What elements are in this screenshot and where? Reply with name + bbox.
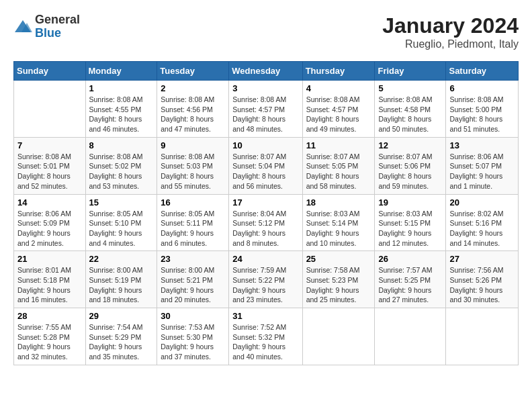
day-number: 30 (161, 311, 225, 321)
day-number: 10 (232, 140, 298, 150)
day-info: Sunrise: 7:55 AM Sunset: 5:28 PM Dayligh… (17, 322, 82, 362)
weekday-header-wednesday: Wednesday (229, 62, 302, 81)
calendar-table: SundayMondayTuesdayWednesdayThursdayFrid… (13, 61, 519, 365)
logo-icon (13, 17, 32, 36)
day-info: Sunrise: 8:04 AM Sunset: 5:12 PM Dayligh… (232, 209, 298, 248)
weekday-header-monday: Monday (85, 62, 157, 81)
calendar-cell: 4Sunrise: 8:08 AM Sunset: 4:57 PM Daylig… (302, 81, 375, 138)
calendar-cell: 13Sunrise: 8:06 AM Sunset: 5:07 PM Dayli… (446, 137, 519, 194)
weekday-header-saturday: Saturday (446, 62, 519, 81)
calendar-cell: 3Sunrise: 8:08 AM Sunset: 4:57 PM Daylig… (229, 81, 302, 138)
calendar-cell: 20Sunrise: 8:02 AM Sunset: 5:16 PM Dayli… (446, 194, 519, 251)
day-number: 14 (17, 197, 82, 208)
calendar-cell: 8Sunrise: 8:08 AM Sunset: 5:02 PM Daylig… (85, 137, 157, 194)
page-subtitle: Rueglio, Piedmont, Italy (382, 38, 519, 50)
logo-general: General (35, 13, 80, 27)
day-number: 25 (306, 254, 371, 264)
day-info: Sunrise: 8:08 AM Sunset: 4:55 PM Dayligh… (89, 95, 154, 134)
week-row-1: 1Sunrise: 8:08 AM Sunset: 4:55 PM Daylig… (14, 81, 519, 138)
calendar-cell: 11Sunrise: 8:07 AM Sunset: 5:05 PM Dayli… (302, 137, 375, 194)
logo-text: General Blue (35, 13, 80, 40)
calendar-cell: 10Sunrise: 8:07 AM Sunset: 5:04 PM Dayli… (229, 137, 302, 194)
day-number: 22 (89, 254, 154, 264)
calendar-cell: 24Sunrise: 7:59 AM Sunset: 5:22 PM Dayli… (229, 251, 302, 308)
day-number: 29 (89, 311, 154, 321)
calendar-cell: 26Sunrise: 7:57 AM Sunset: 5:25 PM Dayli… (375, 251, 446, 308)
calendar-cell: 16Sunrise: 8:05 AM Sunset: 5:11 PM Dayli… (157, 194, 229, 251)
day-info: Sunrise: 8:00 AM Sunset: 5:19 PM Dayligh… (89, 265, 154, 305)
day-number: 1 (89, 83, 154, 93)
week-row-2: 7Sunrise: 8:08 AM Sunset: 5:01 PM Daylig… (14, 137, 519, 194)
day-number: 2 (161, 83, 225, 93)
day-info: Sunrise: 7:58 AM Sunset: 5:23 PM Dayligh… (306, 265, 371, 305)
day-info: Sunrise: 8:08 AM Sunset: 4:58 PM Dayligh… (378, 95, 442, 134)
day-number: 26 (378, 254, 442, 264)
calendar-cell: 21Sunrise: 8:01 AM Sunset: 5:18 PM Dayli… (14, 251, 86, 308)
day-info: Sunrise: 8:08 AM Sunset: 5:03 PM Dayligh… (161, 152, 225, 191)
calendar-cell: 12Sunrise: 8:07 AM Sunset: 5:06 PM Dayli… (375, 137, 446, 194)
day-info: Sunrise: 7:56 AM Sunset: 5:26 PM Dayligh… (449, 265, 515, 305)
day-info: Sunrise: 8:05 AM Sunset: 5:10 PM Dayligh… (89, 209, 154, 248)
page-header: General Blue January 2024 Rueglio, Piedm… (13, 13, 519, 50)
calendar-cell: 15Sunrise: 8:05 AM Sunset: 5:10 PM Dayli… (85, 194, 157, 251)
day-number: 12 (378, 140, 442, 150)
day-number: 20 (449, 197, 515, 208)
day-info: Sunrise: 8:06 AM Sunset: 5:09 PM Dayligh… (17, 209, 82, 248)
calendar-cell (375, 308, 446, 365)
day-number: 9 (161, 140, 225, 150)
weekday-header-friday: Friday (375, 62, 446, 81)
day-number: 7 (17, 140, 82, 150)
day-info: Sunrise: 8:00 AM Sunset: 5:21 PM Dayligh… (161, 265, 225, 305)
day-number: 15 (89, 197, 154, 208)
day-info: Sunrise: 8:03 AM Sunset: 5:14 PM Dayligh… (306, 209, 371, 248)
day-info: Sunrise: 8:01 AM Sunset: 5:18 PM Dayligh… (17, 265, 82, 305)
day-info: Sunrise: 8:08 AM Sunset: 5:00 PM Dayligh… (449, 95, 515, 134)
calendar-cell: 28Sunrise: 7:55 AM Sunset: 5:28 PM Dayli… (14, 308, 86, 365)
week-row-5: 28Sunrise: 7:55 AM Sunset: 5:28 PM Dayli… (14, 308, 519, 365)
day-number: 27 (449, 254, 515, 264)
logo-blue: Blue (35, 27, 80, 40)
day-number: 17 (232, 197, 298, 208)
day-number: 6 (449, 83, 515, 93)
day-info: Sunrise: 7:52 AM Sunset: 5:32 PM Dayligh… (232, 322, 298, 362)
day-number: 4 (306, 83, 371, 93)
day-number: 23 (161, 254, 225, 264)
calendar-cell: 6Sunrise: 8:08 AM Sunset: 5:00 PM Daylig… (446, 81, 519, 138)
weekday-header-row: SundayMondayTuesdayWednesdayThursdayFrid… (14, 62, 519, 81)
day-info: Sunrise: 8:08 AM Sunset: 5:02 PM Dayligh… (89, 152, 154, 191)
day-number: 21 (17, 254, 82, 264)
calendar-cell: 22Sunrise: 8:00 AM Sunset: 5:19 PM Dayli… (85, 251, 157, 308)
calendar-cell: 7Sunrise: 8:08 AM Sunset: 5:01 PM Daylig… (14, 137, 86, 194)
day-info: Sunrise: 7:59 AM Sunset: 5:22 PM Dayligh… (232, 265, 298, 305)
calendar-cell: 17Sunrise: 8:04 AM Sunset: 5:12 PM Dayli… (229, 194, 302, 251)
weekday-header-tuesday: Tuesday (157, 62, 229, 81)
day-number: 18 (306, 197, 371, 208)
day-number: 24 (232, 254, 298, 264)
calendar-cell: 27Sunrise: 7:56 AM Sunset: 5:26 PM Dayli… (446, 251, 519, 308)
logo: General Blue (13, 13, 80, 40)
day-info: Sunrise: 8:02 AM Sunset: 5:16 PM Dayligh… (449, 209, 515, 248)
page-title: January 2024 (382, 13, 519, 38)
day-info: Sunrise: 8:07 AM Sunset: 5:04 PM Dayligh… (232, 152, 298, 191)
day-number: 16 (161, 197, 225, 208)
calendar-cell (302, 308, 375, 365)
calendar-cell (446, 308, 519, 365)
day-info: Sunrise: 7:57 AM Sunset: 5:25 PM Dayligh… (378, 265, 442, 305)
calendar-cell: 30Sunrise: 7:53 AM Sunset: 5:30 PM Dayli… (157, 308, 229, 365)
calendar-body: 1Sunrise: 8:08 AM Sunset: 4:55 PM Daylig… (14, 81, 519, 365)
calendar-cell: 31Sunrise: 7:52 AM Sunset: 5:32 PM Dayli… (229, 308, 302, 365)
calendar-cell (14, 81, 86, 138)
calendar-cell: 5Sunrise: 8:08 AM Sunset: 4:58 PM Daylig… (375, 81, 446, 138)
weekday-header-thursday: Thursday (302, 62, 375, 81)
calendar-cell: 29Sunrise: 7:54 AM Sunset: 5:29 PM Dayli… (85, 308, 157, 365)
day-info: Sunrise: 7:53 AM Sunset: 5:30 PM Dayligh… (161, 322, 225, 362)
day-info: Sunrise: 8:07 AM Sunset: 5:05 PM Dayligh… (306, 152, 371, 191)
weekday-header-sunday: Sunday (14, 62, 86, 81)
day-number: 28 (17, 311, 82, 321)
title-block: January 2024 Rueglio, Piedmont, Italy (382, 13, 519, 50)
day-info: Sunrise: 8:08 AM Sunset: 5:01 PM Dayligh… (17, 152, 82, 191)
day-number: 19 (378, 197, 442, 208)
day-info: Sunrise: 8:08 AM Sunset: 4:57 PM Dayligh… (232, 95, 298, 134)
day-info: Sunrise: 8:03 AM Sunset: 5:15 PM Dayligh… (378, 209, 442, 248)
day-number: 31 (232, 311, 298, 321)
